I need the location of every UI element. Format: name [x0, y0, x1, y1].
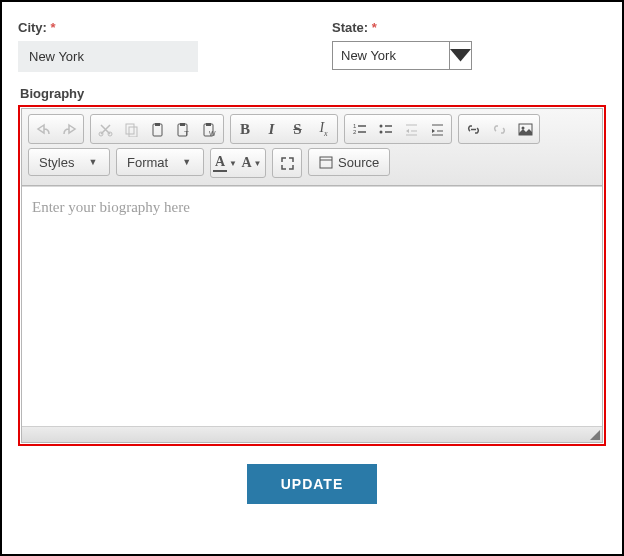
ordered-list-icon: 12 — [352, 122, 367, 137]
copy-icon — [124, 122, 139, 137]
bold-icon: B — [240, 121, 250, 138]
caret-down-icon: ▼ — [182, 157, 191, 167]
svg-rect-2 — [126, 124, 134, 134]
undo-button[interactable] — [30, 116, 56, 142]
indent-button[interactable] — [424, 116, 450, 142]
chevron-down-icon — [449, 42, 471, 69]
image-icon — [518, 122, 533, 137]
update-button[interactable]: UPDATE — [247, 464, 378, 504]
svg-text:W: W — [209, 130, 216, 137]
strike-button[interactable]: S — [284, 116, 310, 142]
unlink-icon — [492, 122, 507, 137]
link-button[interactable] — [460, 116, 486, 142]
format-dropdown[interactable]: Format ▼ — [116, 148, 204, 176]
maximize-icon — [280, 156, 295, 171]
styles-dropdown-label: Styles — [39, 155, 74, 170]
state-label-text: State: — [332, 20, 368, 35]
editor-toolbar: T W B I S Ix 12 — [22, 109, 602, 186]
scissors-icon — [98, 122, 113, 137]
svg-rect-28 — [320, 157, 332, 168]
insert-group — [458, 114, 540, 144]
strikethrough-icon: S — [293, 121, 301, 138]
state-select[interactable]: New York — [332, 41, 472, 70]
svg-text:T: T — [184, 129, 189, 137]
editor-placeholder: Enter your biography here — [32, 199, 190, 215]
required-mark: * — [372, 20, 377, 35]
editor-content[interactable]: Enter your biography here — [22, 186, 602, 426]
text-style-group: B I S Ix — [230, 114, 338, 144]
paste-text-button[interactable]: T — [170, 116, 196, 142]
color-group: A▼ A▼ — [210, 148, 266, 178]
bullet-list-button[interactable] — [372, 116, 398, 142]
source-button[interactable]: Source — [308, 148, 390, 176]
clipboard-group: T W — [90, 114, 224, 144]
toolbar-row-2: Styles ▼ Format ▼ A▼ A▼ — [28, 148, 596, 178]
redo-icon — [62, 122, 77, 137]
link-icon — [466, 122, 481, 137]
city-field-wrap: City: * — [18, 20, 292, 72]
cut-button[interactable] — [92, 116, 118, 142]
list-group: 12 — [344, 114, 452, 144]
state-select-value: New York — [333, 42, 449, 69]
maximize-group — [272, 148, 302, 178]
unordered-list-icon — [378, 122, 393, 137]
state-label: State: * — [332, 20, 606, 35]
unlink-button[interactable] — [486, 116, 512, 142]
remove-format-icon: Ix — [319, 120, 327, 138]
svg-rect-7 — [180, 123, 185, 126]
maximize-button[interactable] — [274, 150, 300, 176]
svg-rect-3 — [129, 127, 137, 137]
source-button-label: Source — [338, 155, 379, 170]
city-input[interactable] — [18, 41, 198, 72]
editor-statusbar — [22, 426, 602, 442]
state-field-wrap: State: * New York — [332, 20, 606, 72]
svg-point-16 — [380, 124, 383, 127]
copy-button[interactable] — [118, 116, 144, 142]
city-label-text: City: — [18, 20, 47, 35]
outdent-icon — [404, 122, 419, 137]
text-color-icon: A▼ — [213, 154, 237, 172]
svg-rect-5 — [155, 123, 160, 126]
bg-color-icon: A▼ — [241, 155, 261, 171]
form-footer: UPDATE — [18, 464, 606, 504]
caret-down-icon: ▼ — [88, 157, 97, 167]
remove-format-button[interactable]: Ix — [310, 116, 336, 142]
svg-text:2: 2 — [353, 129, 357, 135]
text-color-button[interactable]: A▼ — [212, 150, 238, 176]
italic-icon: I — [269, 121, 275, 138]
svg-rect-10 — [206, 123, 211, 126]
image-button[interactable] — [512, 116, 538, 142]
indent-icon — [430, 122, 445, 137]
source-icon — [319, 155, 333, 169]
clipboard-word-icon: W — [202, 122, 217, 137]
form-row: City: * State: * New York — [18, 20, 606, 72]
paste-button[interactable] — [144, 116, 170, 142]
paste-word-button[interactable]: W — [196, 116, 222, 142]
numbered-list-button[interactable]: 12 — [346, 116, 372, 142]
redo-button[interactable] — [56, 116, 82, 142]
history-group — [28, 114, 84, 144]
format-dropdown-label: Format — [127, 155, 168, 170]
city-label: City: * — [18, 20, 292, 35]
rich-text-editor: T W B I S Ix 12 — [21, 108, 603, 443]
outdent-button[interactable] — [398, 116, 424, 142]
toolbar-row-1: T W B I S Ix 12 — [28, 114, 596, 144]
clipboard-icon — [150, 122, 165, 137]
editor-highlight-frame: T W B I S Ix 12 — [18, 105, 606, 446]
undo-icon — [36, 122, 51, 137]
bg-color-button[interactable]: A▼ — [238, 150, 264, 176]
svg-point-18 — [380, 130, 383, 133]
bold-button[interactable]: B — [232, 116, 258, 142]
clipboard-text-icon: T — [176, 122, 191, 137]
biography-label: Biography — [20, 86, 606, 101]
required-mark: * — [51, 20, 56, 35]
italic-button[interactable]: I — [258, 116, 284, 142]
styles-dropdown[interactable]: Styles ▼ — [28, 148, 110, 176]
